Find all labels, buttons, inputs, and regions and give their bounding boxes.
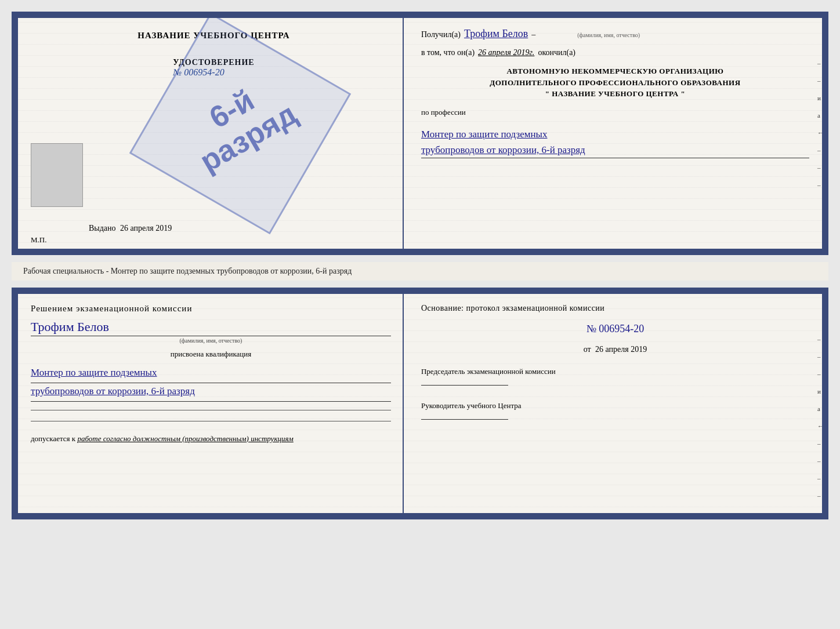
dopuskaetsya: допускается к работе согласно должностны… [31,434,391,443]
ruk-sig-line [421,419,508,420]
ruk-block: Руководитель учебного Центра [421,401,809,423]
chairman-block: Председатель экзаменационной комиссии [421,367,809,388]
osnov-label: Основание: протокол экзаменационной коми… [421,304,809,313]
middle-text: Рабочая специальность - Монтер по защите… [12,262,828,281]
cert-top-right: Получил(а) Трофим Белов – (фамилия, имя,… [404,13,827,253]
bottom-name: Трофим Белов [31,319,391,336]
mp-line: М.П. [31,235,46,245]
profession-block: Монтер по защите подземных трубопроводов… [421,126,809,158]
bottom-name-block: Трофим Белов (фамилия, имя, отчество) [31,319,391,344]
cert-top-left: НАЗВАНИЕ УЧЕБНОГО ЦЕНТРА 6-й разряд УДОС… [13,13,404,253]
ruk-title: Руководитель учебного Центра [421,401,809,410]
vydano-date: 26 апреля 2019 [120,224,172,232]
chairman-title: Председатель экзаменационной комиссии [421,367,809,376]
prisvoena: присвоена квалификация [31,350,391,359]
bottom-prof-line2: трубопроводов от коррозии, 6-й разряд [31,383,391,402]
org-line1: АВТОНОМНУЮ НЕКОММЕРЧЕСКУЮ ОРГАНИЗАЦИЮ [421,66,809,77]
poluchil-label: Получил(а) [421,30,461,39]
vydano-label: Выдано [89,224,116,232]
cert-bottom-right: Основание: протокол экзаменационной коми… [404,289,827,518]
org-line3: " НАЗВАНИЕ УЧЕБНОГО ЦЕНТРА " [421,88,809,100]
ot-label: от [584,345,591,354]
dopuskaetsya-text: работе согласно должностным (производств… [77,434,293,443]
dopuskaetsya-label: допускается к [31,434,75,443]
certificate-bottom: Решением экзаменационной комиссии Трофим… [12,288,828,519]
prof-line1: Монтер по защите подземных [421,126,809,142]
okonchil-label: окончил(а) [538,48,575,57]
prof-line2: трубопроводов от коррозии, 6-й разряд [421,142,809,158]
org-block: АВТОНОМНУЮ НЕКОММЕРЧЕСКУЮ ОРГАНИЗАЦИЮ ДО… [421,66,809,100]
bottom-profession: Монтер по защите подземных трубопроводов… [31,365,391,402]
bottom-heading: Решением экзаменационной комиссии [31,304,391,314]
side-marks-bottom-right: – – – и а ← – – – – [817,336,824,499]
poluchil-name: Трофим Белов [464,28,528,40]
stamp-overlay: 6-й разряд [141,24,340,223]
photo-placeholder [31,143,83,207]
vtom-label: в том, что он(а) [421,48,475,57]
ot-date-val: 26 апреля 2019 [595,345,647,354]
chairman-sig-line [421,385,508,386]
bottom-name-subtext: (фамилия, имя, отчество) [31,337,391,344]
vydano-line: Выдано 26 апреля 2019 [89,224,172,233]
ot-date: от 26 апреля 2019 [421,345,809,354]
bottom-line-1 [31,410,391,410]
certificate-top: НАЗВАНИЕ УЧЕБНОГО ЦЕНТРА 6-й разряд УДОС… [12,12,828,255]
page-wrapper: НАЗВАНИЕ УЧЕБНОГО ЦЕНТРА 6-й разряд УДОС… [12,12,828,519]
poluchil-dash: – [531,30,535,39]
po-professii: по профессии [421,108,809,117]
cert-bottom-left: Решением экзаменационной комиссии Трофим… [13,289,404,518]
side-marks-top: – – и а ← – – – [817,60,824,188]
org-line2: ДОПОЛНИТЕЛЬНОГО ПРОФЕССИОНАЛЬНОГО ОБРАЗО… [421,77,809,89]
poluchil-subtext: (фамилия, имя, отчество) [577,32,640,38]
bottom-line-2 [31,421,391,421]
middle-text-content: Рабочая специальность - Монтер по защите… [23,267,352,275]
vtom-date: 26 апреля 2019г. [478,48,534,57]
bottom-prof-line1: Монтер по защите подземных [31,365,391,383]
prot-num: № 006954-20 [421,323,809,335]
